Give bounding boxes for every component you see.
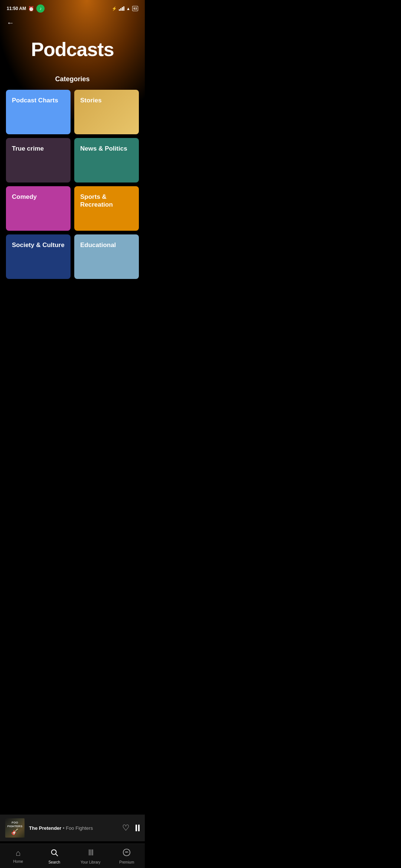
category-card-comedy[interactable]: Comedy (6, 186, 71, 231)
spotify-status-icon: ♪ (36, 4, 45, 13)
back-button[interactable]: ← (0, 15, 21, 31)
alarm-icon: ⏰ (28, 6, 34, 11)
time: 11:50 AM (7, 6, 26, 11)
signal-icon (119, 6, 124, 11)
category-label: Stories (80, 96, 102, 104)
category-label: News & Politics (80, 145, 127, 152)
status-right: ⚡ ▲ 93 (112, 6, 138, 11)
page-title: Podcasts (0, 31, 145, 75)
category-card-news-politics[interactable]: News & Politics (74, 138, 139, 183)
category-label: Sports & Recreation (80, 193, 133, 209)
category-label: Society & Culture (12, 241, 65, 249)
category-label: Educational (80, 241, 116, 249)
categories-heading: Categories (6, 75, 139, 83)
status-left: 11:50 AM ⏰ ♪ (7, 4, 45, 13)
main-content: Podcasts Categories Podcast Charts Stori… (0, 31, 145, 346)
category-label: True crime (12, 145, 44, 152)
category-card-educational[interactable]: Educational (74, 234, 139, 279)
categories-grid: Podcast Charts Stories True crime News &… (6, 90, 139, 279)
battery-indicator: 93 (132, 6, 138, 11)
category-label: Comedy (12, 193, 37, 201)
category-card-stories[interactable]: Stories (74, 90, 139, 134)
category-label: Podcast Charts (12, 96, 58, 104)
category-card-society-culture[interactable]: Society & Culture (6, 234, 71, 279)
wifi-icon: ▲ (126, 6, 130, 11)
status-bar: 11:50 AM ⏰ ♪ ⚡ ▲ 93 (0, 0, 145, 15)
category-card-true-crime[interactable]: True crime (6, 138, 71, 183)
categories-section: Categories Podcast Charts Stories True c… (0, 75, 145, 279)
category-card-sports-recreation[interactable]: Sports & Recreation (74, 186, 139, 231)
bluetooth-icon: ⚡ (112, 6, 117, 11)
category-card-podcast-charts[interactable]: Podcast Charts (6, 90, 71, 134)
